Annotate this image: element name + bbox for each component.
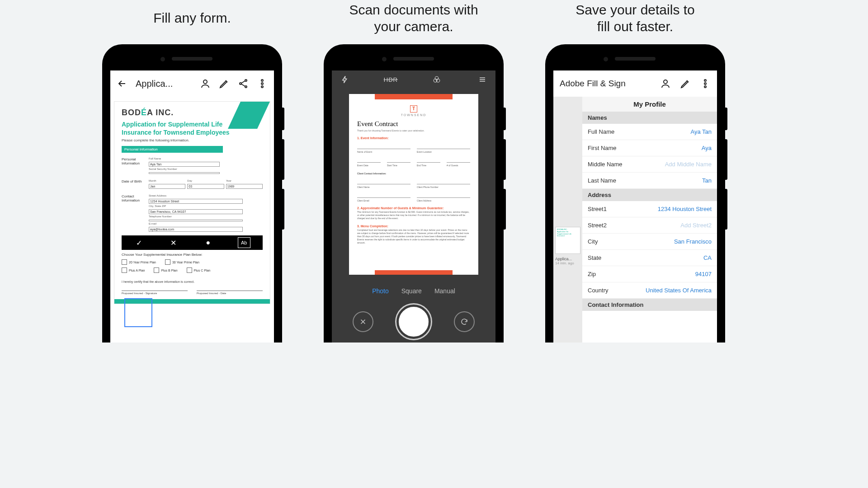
dot-tool-icon[interactable]: ● (203, 238, 213, 248)
svg-point-1 (245, 80, 247, 81)
row-street1[interactable]: Street11234 Houston Street (582, 201, 717, 217)
filter-icon[interactable] (432, 75, 442, 84)
signature-line-1[interactable]: Proposed Insured - Signature (122, 291, 188, 295)
phone-frame-1: Applica... BODÉA INC. Application for Su… (102, 44, 282, 343)
svg-point-10 (664, 80, 667, 84)
row-middle-name[interactable]: Middle NameAdd Middle Name (582, 156, 717, 173)
svg-point-2 (240, 83, 241, 84)
volume-up-icon (725, 139, 727, 180)
phone-frame-3: Adobe Fill & Sign BODEA INC.Application … (545, 44, 725, 343)
row-zip[interactable]: Zip94107 (582, 266, 717, 282)
camera-controls (332, 305, 495, 339)
field-city-state-zip[interactable]: San Francisco, CA 94107 (149, 209, 243, 214)
signature-line-2[interactable]: Proposed Insured - Date (197, 291, 263, 295)
mode-square[interactable]: Square (401, 287, 422, 295)
section-contact: Contact Information (582, 299, 717, 311)
form-document: BODÉA INC. Application for Supplemental … (114, 101, 270, 304)
section-personal-info: Personal Information (122, 146, 223, 153)
camera-modes: Photo Square Manual (332, 287, 495, 295)
earpiece (615, 57, 656, 61)
profile-icon[interactable] (660, 78, 671, 89)
checkbox-plus-c[interactable]: Plus C Plan (187, 267, 211, 273)
checkmark-tool-icon[interactable]: ✓ (134, 238, 144, 248)
app-title: Adobe Fill & Sign (560, 79, 651, 89)
caption-2: Scan documents withyour camera. (312, 0, 515, 36)
switch-camera-button[interactable] (454, 311, 475, 332)
label-contact-info: Contact Information (122, 194, 149, 233)
text-tool-icon[interactable]: Ab (238, 237, 250, 248)
doc-accent-bottom (375, 270, 453, 275)
field-year[interactable]: 1989 (226, 184, 263, 189)
field-street[interactable]: 1234 Houston Street (149, 199, 243, 204)
row-state[interactable]: StateCA (582, 250, 717, 266)
row-street2[interactable]: Street2Add Street2 (582, 217, 717, 234)
overflow-menu-icon[interactable] (700, 78, 711, 89)
section-names: Names (582, 112, 717, 124)
doc-logo: T TOWNSEND (349, 104, 478, 117)
doc-accent-top (375, 94, 453, 99)
earpiece (172, 57, 212, 61)
caption-1: Fill any form. (90, 0, 294, 36)
svg-point-0 (203, 80, 207, 84)
document-viewport[interactable]: BODÉA INC. Application for Supplemental … (110, 97, 274, 304)
checkbox-20yr[interactable]: 20 Year Prime Plan (122, 259, 156, 265)
svg-point-3 (245, 86, 247, 88)
camera-viewport: T TOWNSEND Event Contract Thank you for … (332, 89, 495, 275)
share-icon[interactable] (238, 78, 249, 89)
camera-dot (604, 57, 608, 61)
volume-down-icon (504, 189, 506, 230)
power-button-icon (725, 108, 727, 130)
profile-panel: My Profile Names Full NameAya Tan First … (582, 97, 717, 343)
power-button-icon (282, 108, 284, 130)
field-email[interactable]: aya@bodea.com (149, 227, 243, 232)
scanned-document: T TOWNSEND Event Contract Thank you for … (349, 94, 478, 275)
row-last-name[interactable]: Last NameTan (582, 173, 717, 189)
power-button-icon (504, 108, 506, 130)
svg-point-6 (261, 86, 263, 88)
field-ssn[interactable] (149, 172, 220, 174)
checkbox-plus-a[interactable]: Plus A Plan (122, 267, 145, 273)
section-address: Address (582, 189, 717, 201)
close-camera-button[interactable] (353, 311, 373, 332)
caption-3: Save your details tofill out faster. (533, 0, 737, 36)
document-footer (114, 299, 270, 304)
app-toolbar: Applica... (110, 70, 274, 97)
mode-photo[interactable]: Photo (372, 287, 389, 295)
earpiece (393, 57, 434, 61)
thumbnail-time: 14 min. ago (555, 261, 580, 265)
thumbnail-label: Applica... (555, 257, 580, 261)
shutter-button[interactable] (396, 305, 431, 339)
flash-icon[interactable] (340, 75, 350, 84)
panel-profile: Save your details tofill out faster. Ado… (533, 0, 737, 361)
annotation-toolbar: ✓ ✕ ● Ab (122, 235, 263, 250)
checkbox-30yr[interactable]: 30 Year Prime Plan (165, 259, 199, 265)
svg-point-4 (261, 80, 263, 81)
mode-manual[interactable]: Manual (434, 287, 455, 295)
document-thumbnail[interactable]: BODEA INC.Application for Supplemental L… (555, 227, 580, 254)
field-full-name[interactable]: Aya Tan (149, 162, 220, 167)
field-month[interactable]: Jan (149, 184, 185, 189)
profile-icon[interactable] (200, 78, 211, 89)
cross-tool-icon[interactable]: ✕ (169, 238, 179, 248)
field-day[interactable]: 03 (187, 184, 224, 189)
hdr-toggle[interactable]: HDR (386, 75, 396, 84)
profile-toolbar: Adobe Fill & Sign (553, 70, 717, 97)
document-subtitle: Please complete the following informatio… (122, 138, 263, 142)
row-city[interactable]: CitySan Francisco (582, 234, 717, 250)
svg-point-5 (261, 83, 263, 84)
svg-point-13 (704, 86, 706, 88)
volume-up-icon (504, 139, 506, 180)
hamburger-menu-icon[interactable] (477, 75, 487, 84)
row-country[interactable]: CountryUnited States Of America (582, 282, 717, 299)
overflow-menu-icon[interactable] (257, 78, 268, 89)
sign-pen-icon[interactable] (680, 78, 691, 89)
plan-header: Choose Your Supplemental Insurance Plan … (122, 253, 263, 257)
back-icon[interactable] (117, 78, 127, 89)
checkbox-plus-b[interactable]: Plus B Plan (154, 267, 177, 273)
field-telephone[interactable] (149, 220, 243, 221)
sign-pen-icon[interactable] (219, 78, 230, 89)
label-personal-info: Personal Information (122, 157, 149, 175)
volume-up-icon (282, 139, 284, 180)
row-first-name[interactable]: First NameAya (582, 140, 717, 156)
row-full-name[interactable]: Full NameAya Tan (582, 124, 717, 140)
